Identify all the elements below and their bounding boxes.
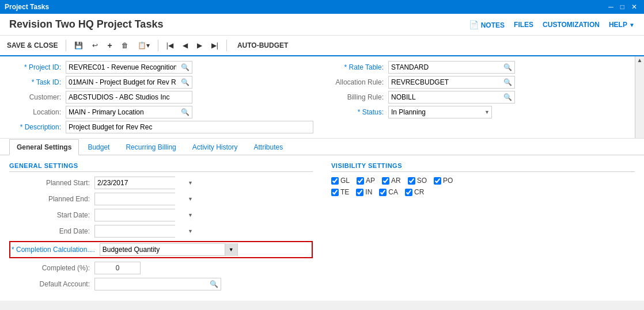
po-checkbox[interactable] <box>434 177 441 185</box>
cr-label: CR <box>414 188 424 196</box>
so-checkbox[interactable] <box>408 177 415 185</box>
planned-end-field[interactable]: ▼ <box>94 193 175 205</box>
project-id-input[interactable] <box>66 62 179 73</box>
title-bar-controls: ─ □ ✕ <box>606 3 639 11</box>
start-date-input[interactable] <box>95 209 186 221</box>
completion-calc-label: * Completion Calculation.... <box>12 246 95 254</box>
tab-budget[interactable]: Budget <box>80 139 117 155</box>
task-id-label: Task ID: <box>9 78 61 86</box>
tab-attributes[interactable]: Attributes <box>246 139 290 155</box>
project-id-search-icon[interactable]: 🔍 <box>179 63 192 71</box>
location-field[interactable]: 🔍 <box>66 106 192 118</box>
ca-checkbox[interactable] <box>379 189 387 196</box>
start-date-dropdown-icon[interactable]: ▼ <box>186 212 195 218</box>
task-id-search-icon[interactable]: 🔍 <box>179 78 192 86</box>
tab-general-settings[interactable]: General Settings <box>9 139 79 155</box>
location-search-icon[interactable]: 🔍 <box>179 108 192 116</box>
next-button[interactable]: ▶ <box>195 40 204 51</box>
completion-calc-field[interactable]: ▼ <box>100 243 238 256</box>
completed-value: 0 <box>94 262 141 274</box>
rate-table-search-icon[interactable]: 🔍 <box>501 63 514 71</box>
billing-rule-input[interactable] <box>389 91 501 103</box>
cr-checkbox-item: CR <box>405 188 424 196</box>
project-id-field[interactable]: 🔍 <box>66 61 192 74</box>
task-id-field[interactable]: 🔍 <box>66 76 192 89</box>
add-button[interactable]: + <box>105 40 114 51</box>
completion-calc-input[interactable] <box>100 244 225 255</box>
customization-nav-item[interactable]: CUSTOMIZATION <box>543 21 600 29</box>
undo-button[interactable]: ↩ <box>90 40 100 51</box>
ar-checkbox[interactable] <box>382 177 389 185</box>
billing-rule-label: Billing Rule: <box>332 93 384 101</box>
last-button[interactable]: ▶| <box>209 40 221 51</box>
planned-start-dropdown-icon[interactable]: ▼ <box>186 180 195 186</box>
form-area: Project ID: 🔍 Task ID: 🔍 Customer: Locat… <box>0 56 644 139</box>
start-date-field[interactable]: ▼ <box>94 209 175 221</box>
ap-checkbox-item: AP <box>357 177 375 185</box>
tab-activity-history-label: Activity History <box>192 143 238 151</box>
default-account-input[interactable] <box>95 278 207 290</box>
completed-row: Completed (%): 0 <box>9 262 313 274</box>
prev-button[interactable]: ◀ <box>180 40 190 51</box>
in-checkbox[interactable] <box>356 189 363 196</box>
tab-activity-history[interactable]: Activity History <box>185 139 245 155</box>
planned-end-label: Planned End: <box>9 195 90 203</box>
planned-start-field[interactable]: ▼ <box>94 177 175 189</box>
start-date-label: Start Date: <box>9 211 90 219</box>
save-icon: 💾 <box>74 41 83 49</box>
notes-label: NOTES <box>481 21 505 29</box>
status-dropdown-icon[interactable]: ▼ <box>483 109 491 115</box>
tab-recurring-billing-label: Recurring Billing <box>126 143 176 151</box>
rate-table-field[interactable]: 🔍 <box>388 61 515 74</box>
rate-table-input[interactable] <box>389 62 501 73</box>
allocation-rule-search-icon[interactable]: 🔍 <box>501 78 514 86</box>
ap-checkbox[interactable] <box>357 177 364 185</box>
allocation-rule-field[interactable]: 🔍 <box>388 76 515 89</box>
add-icon: + <box>107 41 112 50</box>
save-icon-button[interactable]: 💾 <box>72 40 85 51</box>
te-checkbox[interactable] <box>331 189 339 196</box>
completion-calc-dropdown-icon[interactable]: ▼ <box>225 243 237 256</box>
default-account-search-icon[interactable]: 🔍 <box>207 280 221 288</box>
files-label: FILES <box>514 21 533 29</box>
close-button[interactable]: ✕ <box>629 3 639 11</box>
notes-icon: 📄 <box>469 20 479 29</box>
description-input[interactable] <box>66 121 313 133</box>
delete-button[interactable]: 🗑 <box>119 40 131 51</box>
minimize-button[interactable]: ─ <box>606 3 616 11</box>
rate-table-label: Rate Table: <box>332 63 384 71</box>
tab-recurring-billing[interactable]: Recurring Billing <box>118 139 183 155</box>
end-date-input[interactable] <box>95 225 186 237</box>
completed-value-text: 0 <box>116 264 120 272</box>
gl-checkbox[interactable] <box>331 177 339 185</box>
maximize-button[interactable]: □ <box>618 3 627 11</box>
planned-end-input[interactable] <box>95 193 186 205</box>
customer-input[interactable] <box>66 91 192 104</box>
allocation-rule-input[interactable] <box>389 76 501 88</box>
scroll-up-button[interactable]: ▲ <box>637 58 643 63</box>
task-id-input[interactable] <box>66 76 179 88</box>
scrollbar-right[interactable]: ▲ <box>635 56 644 138</box>
status-input[interactable] <box>389 106 483 118</box>
form-left-col: Project ID: 🔍 Task ID: 🔍 Customer: Locat… <box>9 61 313 136</box>
copy-button[interactable]: 📋▾ <box>135 40 152 51</box>
planned-end-dropdown-icon[interactable]: ▼ <box>186 196 195 202</box>
files-nav-item[interactable]: FILES <box>514 21 533 29</box>
billing-rule-search-icon[interactable]: 🔍 <box>501 93 514 101</box>
status-field[interactable]: ▼ <box>388 106 492 118</box>
save-close-button[interactable]: SAVE & CLOSE <box>5 40 60 51</box>
default-account-field[interactable]: 🔍 <box>94 278 221 290</box>
billing-rule-field[interactable]: 🔍 <box>388 91 515 104</box>
first-button[interactable]: |◀ <box>164 40 176 51</box>
help-nav-item[interactable]: HELP <box>609 21 635 29</box>
notes-nav-item[interactable]: 📄 NOTES <box>469 20 505 29</box>
title-bar-text: Project Tasks <box>5 3 49 11</box>
location-input[interactable] <box>66 106 179 118</box>
copy-icon: 📋▾ <box>138 41 150 49</box>
visibility-row-1: GL AP AR SO PO <box>331 177 635 185</box>
in-label: IN <box>365 188 372 196</box>
end-date-field[interactable]: ▼ <box>94 225 175 238</box>
cr-checkbox[interactable] <box>405 189 412 196</box>
planned-start-input[interactable] <box>95 177 186 189</box>
end-date-dropdown-icon[interactable]: ▼ <box>186 228 195 234</box>
